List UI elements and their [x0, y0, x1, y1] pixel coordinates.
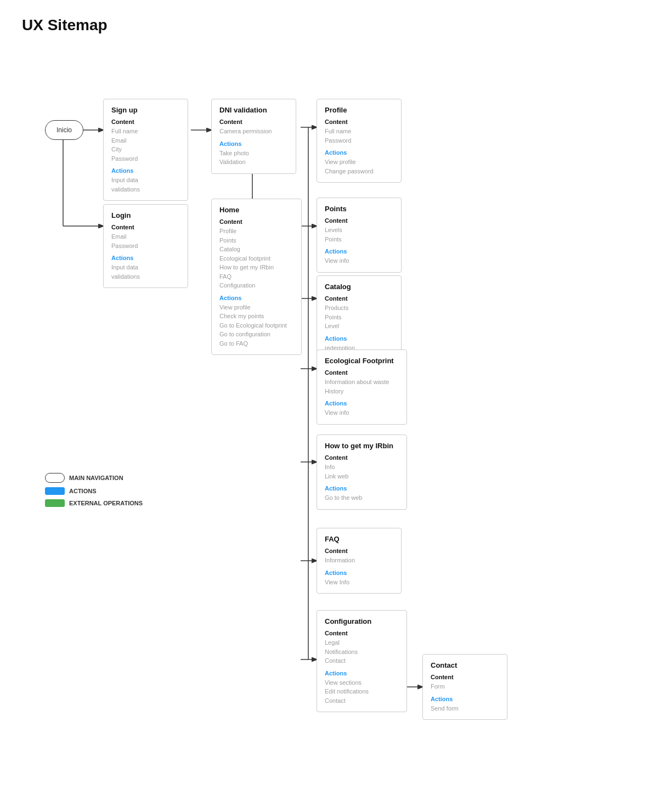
profile-content-label: Content	[325, 119, 393, 125]
dni-actions-label: Actions	[219, 140, 288, 147]
legend-external: EXTERNAL OPERATIONS	[45, 499, 143, 507]
configuration-title: Configuration	[325, 617, 399, 625]
ecological-content-label: Content	[325, 369, 399, 376]
points-content-label: Content	[325, 217, 393, 224]
signup-card: Sign up Content Full name Email City Pas…	[103, 99, 188, 201]
irbin-content-label: Content	[325, 454, 399, 461]
signup-content-city: City	[111, 145, 180, 154]
dni-action-validation: Validation	[219, 157, 288, 167]
login-content-email: Email	[111, 232, 180, 241]
profile-card: Profile Content Full name Password Actio…	[317, 99, 402, 183]
legend-blue-shape	[45, 487, 65, 495]
catalog-title: Catalog	[325, 283, 393, 291]
profile-title: Profile	[325, 106, 393, 114]
dni-content-camera: Camera permission	[219, 127, 288, 136]
signup-action-validations: validations	[111, 185, 180, 194]
signup-action-input: Input data	[111, 176, 180, 185]
configuration-content-label: Content	[325, 630, 399, 636]
signup-content-fullname: Full name	[111, 127, 180, 136]
contact-title: Contact	[431, 661, 499, 669]
sitemap-container: Inicio Sign up Content Full name Email C…	[22, 50, 625, 808]
signup-content-password: Password	[111, 154, 180, 163]
login-card: Login Content Email Password Actions Inp…	[103, 204, 188, 288]
ecological-card: Ecological Footprint Content Information…	[317, 349, 407, 425]
inicio-label: Inicio	[57, 126, 72, 134]
home-title: Home	[219, 206, 293, 214]
login-action-input: Input data	[111, 263, 180, 272]
dni-card: DNI validation Content Camera permission…	[211, 99, 296, 174]
faq-title: FAQ	[325, 535, 393, 543]
faq-card: FAQ Content Information Actions View Inf…	[317, 528, 402, 594]
faq-content-label: Content	[325, 548, 393, 554]
home-content-label: Content	[219, 218, 293, 225]
signup-content-label: Content	[111, 119, 180, 125]
login-actions-label: Actions	[111, 255, 180, 261]
legend-green-shape	[45, 499, 65, 507]
legend-actions-label: ACTIONS	[69, 488, 97, 494]
signup-actions-label: Actions	[111, 167, 180, 174]
login-action-validations: validations	[111, 272, 180, 281]
faq-actions-label: Actions	[325, 569, 393, 576]
dni-action-photo: Take photo	[219, 149, 288, 158]
legend-external-label: EXTERNAL OPERATIONS	[69, 500, 143, 506]
legend-actions: ACTIONS	[45, 487, 143, 495]
legend-oval-shape	[45, 473, 65, 483]
home-actions-label: Actions	[219, 295, 293, 301]
home-card: Home Content Profile Points Catalog Ecol…	[211, 199, 302, 355]
profile-actions-label: Actions	[325, 149, 393, 156]
contact-content-label: Content	[431, 674, 499, 680]
contact-actions-label: Actions	[431, 696, 499, 702]
irbin-card: How to get my IRbin Content Info Link we…	[317, 435, 407, 510]
contact-card: Contact Content Form Actions Send form	[422, 654, 507, 720]
irbin-actions-label: Actions	[325, 485, 399, 492]
legend: MAIN NAVIGATION ACTIONS EXTERNAL OPERATI…	[45, 473, 143, 511]
points-card: Points Content Levels Points Actions Vie…	[317, 198, 402, 273]
configuration-card: Configuration Content Legal Notification…	[317, 610, 407, 712]
configuration-actions-label: Actions	[325, 670, 399, 676]
catalog-content-label: Content	[325, 295, 393, 302]
legend-main-nav-label: MAIN NAVIGATION	[69, 475, 123, 481]
page-title: UX Sitemap	[22, 16, 633, 34]
catalog-actions-label: Actions	[325, 335, 393, 342]
points-actions-label: Actions	[325, 248, 393, 255]
legend-main-nav: MAIN NAVIGATION	[45, 473, 143, 483]
signup-title: Sign up	[111, 106, 180, 114]
signup-content-email: Email	[111, 136, 180, 145]
ecological-actions-label: Actions	[325, 400, 399, 407]
ecological-title: Ecological Footprint	[325, 357, 399, 365]
login-title: Login	[111, 211, 180, 219]
catalog-card: Catalog Content Products Points Level Ac…	[317, 275, 402, 359]
inicio-node: Inicio	[45, 120, 83, 140]
points-title: Points	[325, 205, 393, 213]
dni-title: DNI validation	[219, 106, 288, 114]
dni-content-label: Content	[219, 119, 288, 125]
login-content-label: Content	[111, 224, 180, 230]
irbin-title: How to get my IRbin	[325, 442, 399, 450]
login-content-password: Password	[111, 241, 180, 251]
